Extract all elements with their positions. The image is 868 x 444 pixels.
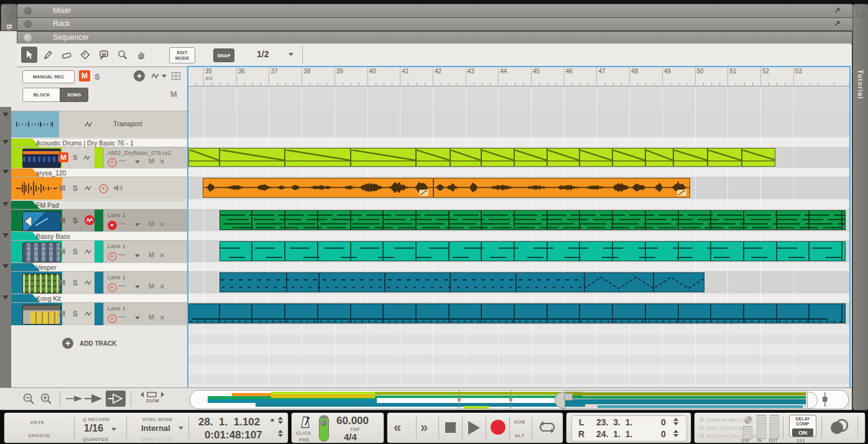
- transport-automation-icon[interactable]: [85, 121, 93, 127]
- track-size-medium-button[interactable]: [85, 394, 103, 404]
- master-record-enable[interactable]: M: [79, 70, 90, 81]
- record-button[interactable]: [491, 420, 506, 435]
- block-toggle-button[interactable]: BLOCK: [22, 88, 61, 102]
- monitor-speaker-icon[interactable]: [113, 184, 123, 192]
- lane-mute-kong-kit[interactable]: M: [149, 313, 154, 321]
- song-position-display[interactable]: 28. 1. 1.102: [198, 416, 260, 428]
- track-row-fm-pad[interactable]: M S Lane 1 — M ×: [11, 209, 188, 232]
- keys-button[interactable]: KEYS: [30, 420, 44, 425]
- vesper-note-clip[interactable]: [219, 272, 704, 292]
- track-name-row-fm-pad[interactable]: FM Pad: [11, 200, 188, 210]
- right-locator-stepper[interactable]: [673, 430, 678, 437]
- mute-button-kong-kit[interactable]: M: [59, 310, 65, 318]
- lane-delete-bassy-bass[interactable]: ×: [160, 251, 165, 260]
- fold-arrow-vesper[interactable]: [2, 264, 9, 269]
- solo-button-vesper[interactable]: S: [73, 279, 78, 287]
- lane-dropdown-fm-pad[interactable]: [135, 223, 140, 226]
- rack-detach-icon[interactable]: ↗: [834, 19, 841, 28]
- tutorial-panel-tab[interactable]: Tutorial: [852, 4, 868, 410]
- solo-button-fm-pad[interactable]: S: [73, 216, 78, 225]
- mixer-detach-icon[interactable]: ↗: [834, 6, 841, 15]
- zoom-out-button[interactable]: [22, 392, 35, 405]
- metronome-icon[interactable]: [299, 415, 312, 429]
- mute-button-xrysa[interactable]: M: [59, 184, 65, 193]
- sync-mode-value[interactable]: Internal: [141, 423, 170, 433]
- edit-mode-button[interactable]: EDIT MODE: [169, 47, 195, 63]
- time-signature-display[interactable]: 4/4: [344, 432, 357, 442]
- overview-left-knob[interactable]: [564, 393, 573, 400]
- fm-pad-note-clip[interactable]: [219, 210, 846, 230]
- delay-comp-block[interactable]: DELAY COMP ON: [789, 415, 816, 437]
- quantize-dropdown-icon[interactable]: [111, 428, 116, 431]
- record-ring-xrysa[interactable]: [99, 184, 108, 193]
- add-track-button[interactable]: + ADD TRACK: [62, 337, 116, 349]
- lane-panel-bassy-bass[interactable]: Lane 1 — M ×: [103, 241, 189, 263]
- right-locator-value[interactable]: 24. 1. 1.: [596, 429, 632, 439]
- click-slider-knob[interactable]: [320, 420, 326, 426]
- grid-view-icon[interactable]: [172, 72, 180, 80]
- lane-delete-fm-pad[interactable]: ×: [160, 220, 165, 229]
- zoom-widget[interactable]: ZOOM: [138, 391, 167, 407]
- overview-position-pin[interactable]: [822, 392, 828, 407]
- lane-delete-vesper[interactable]: ×: [160, 282, 165, 291]
- mute-button-drums[interactable]: M: [58, 152, 68, 162]
- track-row-xrysa[interactable]: M S: [11, 177, 188, 200]
- fold-arrow-fm-pad[interactable]: [2, 202, 9, 206]
- lane-delete-drums[interactable]: ×: [160, 157, 165, 166]
- quantize-value[interactable]: 1/16: [84, 423, 103, 434]
- track-size-large-button[interactable]: [106, 391, 126, 407]
- browser-panel-circle-icon[interactable]: [5, 9, 14, 18]
- add-track-plus-icon[interactable]: +: [134, 70, 145, 81]
- fade-out-icon[interactable]: [419, 190, 428, 196]
- track-name-row-kong-kit[interactable]: Kong Kit: [11, 294, 188, 303]
- lane-dropdown-drums[interactable]: [135, 160, 140, 164]
- tutorial-panel-circle-icon[interactable]: [856, 9, 865, 18]
- fast-forward-button[interactable]: »: [420, 420, 428, 436]
- fold-arrow-bassy-bass[interactable]: [2, 233, 9, 238]
- transport-clip-block[interactable]: [11, 111, 59, 137]
- magnify-tool-button[interactable]: [114, 47, 131, 63]
- lane-panel-drums[interactable]: Alt02_DryBasic_076.rx2 — M ×: [103, 147, 189, 169]
- rewind-button[interactable]: «: [394, 420, 401, 436]
- lane-mute-fm-pad[interactable]: M: [149, 220, 154, 228]
- position-stepper[interactable]: [278, 417, 283, 424]
- device-thumbnail-kong-kit[interactable]: [22, 305, 61, 325]
- razor-tool-button[interactable]: [77, 47, 93, 63]
- snap-value[interactable]: 1/2: [257, 49, 269, 59]
- sequencer-title-bar[interactable]: Sequencer: [17, 31, 852, 45]
- transport-track-row[interactable]: Transport: [11, 111, 188, 137]
- audio-clip-xrysa[interactable]: [203, 178, 690, 198]
- lane-panel-vesper[interactable]: Lane 1 — M ×: [103, 272, 189, 294]
- track-name-row-vesper[interactable]: Vesper: [11, 262, 188, 272]
- solo-button-kong-kit[interactable]: S: [73, 310, 78, 318]
- lane-dropdown-kong-kit[interactable]: [135, 317, 140, 320]
- lane-dropdown-vesper[interactable]: [135, 285, 140, 289]
- track-row-vesper[interactable]: M S Lane 1 — M ×: [11, 271, 188, 294]
- lane-record-ring-bassy-bass[interactable]: [108, 252, 117, 261]
- kong-note-clip[interactable]: [188, 303, 846, 323]
- sequencer-fold-circle[interactable]: [24, 34, 32, 42]
- pencil-tool-button[interactable]: [40, 47, 56, 63]
- track-size-small-button[interactable]: [66, 395, 82, 402]
- lane-record-ring-drums[interactable]: [108, 158, 117, 167]
- lane-delete-kong-kit[interactable]: ×: [160, 313, 165, 322]
- lane-record-ring-kong-kit[interactable]: [108, 314, 117, 323]
- zoom-in-button[interactable]: [40, 392, 52, 405]
- mute-tool-button[interactable]: M: [96, 47, 112, 63]
- solo-button-bassy-bass[interactable]: S: [73, 247, 78, 256]
- fold-arrow-acoustic-drums[interactable]: [2, 140, 9, 144]
- master-mute-label[interactable]: M: [170, 90, 177, 99]
- send-clock-label[interactable]: SEND CLOCK: [141, 437, 172, 442]
- device-thumbnail-bassy-bass[interactable]: [22, 243, 61, 262]
- mute-button-vesper[interactable]: M: [59, 279, 65, 287]
- fade-out-icon[interactable]: [677, 190, 686, 196]
- song-toggle-button[interactable]: SONG: [60, 88, 88, 102]
- snap-dropdown-icon[interactable]: [289, 53, 293, 56]
- lane-record-ring-vesper[interactable]: [108, 283, 117, 292]
- automation-icon[interactable]: [151, 73, 160, 79]
- automation-icon-kong-kit[interactable]: [85, 311, 93, 317]
- time-position-display[interactable]: 0:01:48:107: [205, 429, 262, 442]
- selection-tool-button[interactable]: [21, 47, 37, 63]
- left-locator-value[interactable]: 23. 3. 1.: [596, 417, 632, 427]
- automation-override-icon[interactable]: [85, 215, 95, 225]
